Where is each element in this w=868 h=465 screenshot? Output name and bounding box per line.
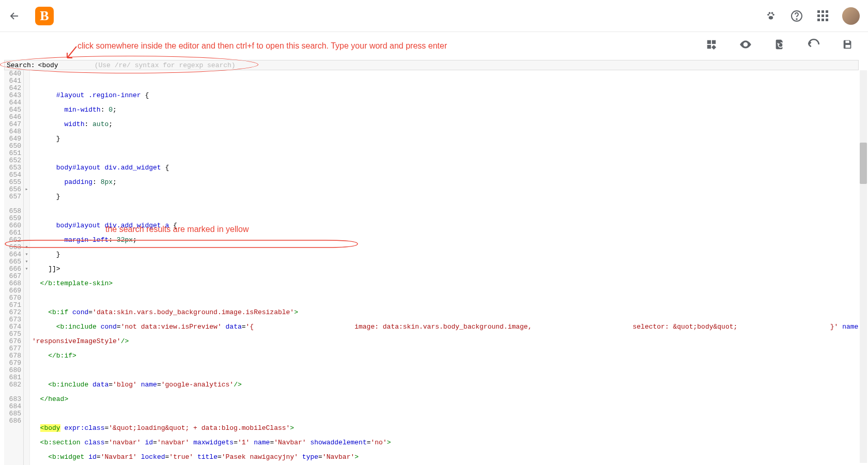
svg-point-1 (772, 13, 774, 16)
logo-letter: B (40, 8, 49, 24)
svg-rect-8 (712, 40, 716, 44)
help-icon[interactable] (791, 10, 803, 22)
customize-button[interactable] (706, 39, 717, 50)
svg-rect-7 (707, 40, 711, 44)
code-editor[interactable]: 640 641642643644645 646647648649650 6516… (4, 70, 859, 465)
app-header: B (0, 0, 868, 32)
revert-button[interactable] (774, 39, 785, 50)
user-avatar[interactable] (842, 7, 860, 25)
annotation-arrow (66, 47, 82, 64)
back-arrow-icon[interactable] (8, 10, 21, 22)
search-label: Search: (7, 61, 35, 69)
svg-point-0 (767, 13, 769, 16)
preview-button[interactable] (739, 38, 752, 51)
annotation-mid: the search results are marked in yellow (105, 225, 249, 234)
editor-search-bar[interactable]: Search: <body (Use /re/ syntax for regex… (4, 60, 859, 70)
svg-point-3 (771, 12, 773, 14)
search-query: <body (38, 61, 58, 69)
line-gutter: 640 641642643644645 646647648649650 6516… (4, 70, 24, 465)
fold-column: ▸ ▾▾▾▾ (24, 70, 30, 465)
svg-rect-9 (707, 45, 711, 49)
blogger-logo[interactable]: B (35, 7, 54, 25)
paw-icon[interactable] (765, 10, 777, 22)
save-button[interactable] (842, 39, 854, 50)
svg-point-2 (769, 12, 771, 14)
search-hint: (Use /re/ syntax for regexp search) (95, 61, 236, 69)
svg-rect-11 (845, 45, 850, 48)
scrollbar-thumb[interactable] (860, 143, 867, 184)
search-match-line: <body expr:class='&quot;loading&quot; + … (32, 425, 859, 432)
svg-point-10 (745, 43, 747, 45)
svg-rect-12 (845, 41, 849, 43)
vertical-scrollbar[interactable] (860, 70, 867, 463)
code-area[interactable]: #layout .region-inner { min-width: 0; wi… (30, 70, 859, 465)
apps-grid-icon[interactable] (816, 10, 829, 22)
undo-button[interactable] (807, 38, 820, 51)
svg-point-4 (769, 16, 773, 20)
annotation-top: click somewhere inside the editor and th… (78, 41, 447, 51)
svg-point-6 (796, 19, 797, 20)
